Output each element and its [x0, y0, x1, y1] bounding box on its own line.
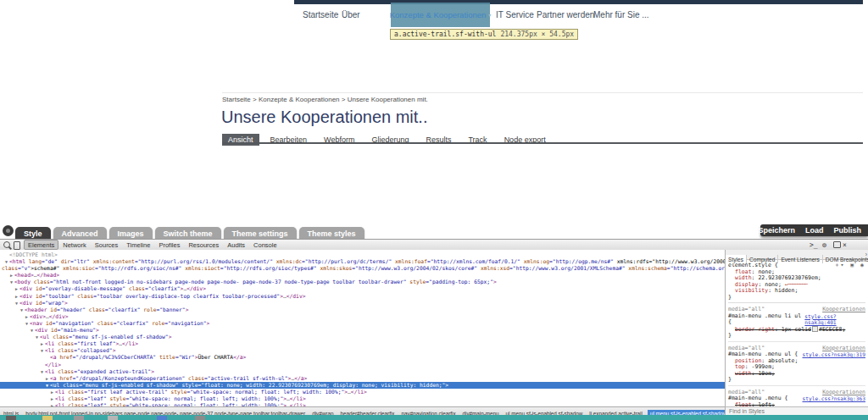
devtools-tab-console[interactable]: Console	[249, 240, 281, 249]
dom-tree-row[interactable]: ▶<a href="/drupal/KonzepteundKooperation…	[0, 375, 725, 382]
dom-tree-row[interactable]: ▼<nav id="navigation" class="clearfix" r…	[0, 320, 725, 327]
dom-tree-row[interactable]: ▼<li class="expanded active-trail">	[0, 368, 725, 375]
sidebar-overflow-icon[interactable]: ›	[865, 251, 867, 257]
theme-tab-advanced[interactable]: Advanced	[53, 227, 107, 240]
stylesheet-origin-link[interactable]: Kooperationen	[822, 307, 865, 313]
inspect-highlight-overlay[interactable]: Konzepte & Kooperationen ▾	[391, 3, 490, 27]
css-property[interactable]: visibility: hidden;	[728, 288, 865, 295]
dom-tree-row[interactable]: ▶<head>…</head>	[0, 272, 725, 279]
twisty-icon[interactable]: ▶	[49, 395, 55, 402]
theme-tab-style[interactable]: Style	[15, 227, 51, 240]
sidebar-tab-computed[interactable]: Computed	[747, 255, 778, 263]
dom-tree-row[interactable]: ▶<div id="overlay-disable-message" class…	[0, 285, 725, 292]
stylesheet-line-link[interactable]: style.css?nsak3q:319	[802, 351, 865, 358]
stylesheet-origin-link[interactable]: Kooperationen	[822, 345, 865, 352]
devtools-tab-resources[interactable]: Resources	[184, 240, 223, 249]
devtools-tab-timeline[interactable]: Timeline	[122, 240, 154, 249]
taskbar-icon[interactable]	[74, 416, 84, 420]
taskbar-icon[interactable]	[108, 416, 118, 420]
twisty-icon[interactable]: ▼	[39, 347, 45, 354]
sidebar-tabs: StylesComputedEvent ListenersDOM Breakpo…	[726, 250, 868, 260]
rule-close-brace: }	[728, 295, 865, 301]
nav-item-4[interactable]: IT Service	[496, 10, 534, 19]
twisty-icon[interactable]: ▼	[34, 334, 40, 340]
nav-item-konzepte[interactable]: Konzepte & Kooperationen	[390, 10, 487, 19]
twisty-icon[interactable]: ▶	[14, 285, 19, 292]
taskbar-icon[interactable]	[157, 416, 167, 420]
dock-side-icon[interactable]	[833, 241, 841, 248]
dom-tree-row[interactable]: ▼<html lang="de" dir="ltr" xmlns:content…	[0, 258, 725, 265]
styles-header-icons[interactable]: +▾ ▣ ◉	[836, 262, 865, 269]
devtools-tab-sources[interactable]: Sources	[91, 240, 123, 249]
dom-tree-row[interactable]: ▼<ul class="menu sf-js-enabled sf-shadow…	[0, 334, 725, 340]
dom-tree-row[interactable]: ▼<ul class="menu sf-js-enabled sf-shadow…	[0, 382, 725, 389]
twisty-icon[interactable]: ▼	[8, 279, 14, 285]
sidebar-tab-dom-breakpoints[interactable]: DOM Breakpoints	[823, 255, 868, 263]
dom-tree-row[interactable]: <a href="/drupal/%C3%9CberCHARTA" title=…	[0, 354, 725, 361]
theme-tab-theme-styles[interactable]: Theme styles	[299, 227, 364, 240]
nav-item-6[interactable]: Mehr für Sie ...	[593, 10, 649, 19]
breadcrumb[interactable]: Startseite > Konzepte & Kooperationen > …	[222, 96, 428, 103]
devtools-tab-profiles[interactable]: Profiles	[154, 240, 184, 249]
twisty-icon[interactable]: ▶	[8, 272, 14, 279]
stylesheet-line-link[interactable]: style.css?nsak3q:401	[804, 313, 865, 326]
dom-tree-row[interactable]: ▶<li class="leaf" style="white-space: no…	[0, 395, 725, 402]
dom-tree-row[interactable]: <!DOCTYPE html>	[0, 251, 725, 258]
twisty-icon[interactable]: ▼	[29, 327, 35, 334]
nav-item-5[interactable]: Partner werden	[537, 10, 594, 19]
color-swatch[interactable]	[812, 326, 818, 332]
twisty-icon[interactable]: ▼	[3, 258, 9, 265]
console-drawer-icon[interactable]: >_	[810, 241, 818, 249]
devtools-tab-network[interactable]: Network	[58, 240, 91, 249]
theme-tab-switch-theme[interactable]: Switch theme	[155, 227, 221, 240]
sidebar-tab-event-listeners[interactable]: Event Listeners	[778, 255, 822, 263]
page-tabs: AnsichtBearbeitenWebformGliederungResult…	[222, 130, 557, 142]
css-property[interactable]: border-right: 1px solid#ECECE8;	[728, 326, 865, 334]
devtools-tab-elements[interactable]: Elements	[24, 240, 58, 250]
dom-tree-row[interactable]: ▶<li class="first leaf active-trail" sty…	[0, 389, 725, 395]
taskbar-icon[interactable]	[42, 416, 53, 420]
twisty-icon[interactable]: ▼	[39, 368, 45, 375]
taskbar-icon[interactable]	[6, 416, 16, 420]
dom-tree-row[interactable]: ▶<div id="toolbar" class="toolbar overla…	[0, 293, 725, 300]
dom-tree-row[interactable]: ▶<li class="first leaf">…</li>	[0, 340, 725, 347]
nav-item-1[interactable]: Startseite	[303, 10, 338, 19]
twisty-icon[interactable]: ▼	[44, 382, 50, 389]
close-devtools-icon[interactable]: ×	[843, 241, 847, 249]
dom-tree-row[interactable]: ▼<div id="main-menu">	[0, 327, 725, 334]
twisty-icon[interactable]: ▶	[14, 293, 19, 300]
dom-tree-row[interactable]: ▼<li class="collapsed">	[0, 347, 725, 354]
twisty-icon[interactable]: ▼	[24, 320, 30, 327]
nav-item-2[interactable]: Über	[342, 10, 360, 19]
action-button-publish[interactable]: Publish	[833, 226, 861, 235]
twisty-icon[interactable]: ▶	[24, 313, 30, 320]
dom-tree-row[interactable]: ▶<div>…</div>	[0, 313, 725, 320]
theme-toolbar-actions: SpeichernLoadPublish	[760, 224, 868, 236]
devtools-tab-audits[interactable]: Audits	[223, 240, 249, 249]
device-mode-icon[interactable]	[14, 241, 20, 250]
twisty-icon[interactable]: ▶	[39, 340, 45, 347]
dom-tree-row[interactable]: ▼<div id="wrap">	[0, 300, 725, 307]
taskbar-icon[interactable]	[195, 416, 205, 420]
dom-tree-row[interactable]: ▼<body class="html not-front logged-in n…	[0, 279, 725, 285]
twisty-icon[interactable]: ▶	[49, 389, 55, 395]
find-in-styles-input[interactable]: Find in Styles	[725, 406, 868, 415]
action-button-load[interactable]: Load	[805, 226, 824, 235]
dom-tree-row[interactable]: </li>	[0, 362, 725, 368]
stylesheet-origin-link[interactable]: Kooperationen	[822, 390, 865, 396]
inspect-element-icon[interactable]	[3, 241, 10, 248]
theme-tab-images[interactable]: Images	[109, 227, 153, 240]
rule-selector[interactable]: #main-menu .menu li ul {	[728, 313, 804, 326]
action-button-speichern[interactable]: Speichern	[758, 226, 795, 235]
theme-tab-theme-settings[interactable]: Theme settings	[224, 227, 297, 240]
twisty-icon[interactable]: ▼	[14, 300, 19, 307]
sidebar-tab-styles[interactable]: Styles	[726, 255, 747, 263]
css-property[interactable]: width: 10em;	[728, 371, 865, 378]
dom-tree-row[interactable]: ▼<header id="header" class="clearfix" ro…	[0, 307, 725, 313]
twisty-icon[interactable]: ▼	[19, 307, 25, 313]
dom-tree-row[interactable]: class="v">schema#" xmlns:sioc="http://rd…	[0, 265, 725, 272]
settings-gear-icon[interactable]: ⚙	[822, 241, 826, 249]
theme-editor-icon[interactable]	[3, 225, 14, 236]
stylesheet-line-link[interactable]: style.css?nsak3q:363	[802, 395, 865, 402]
twisty-icon[interactable]: ▶	[44, 375, 50, 382]
